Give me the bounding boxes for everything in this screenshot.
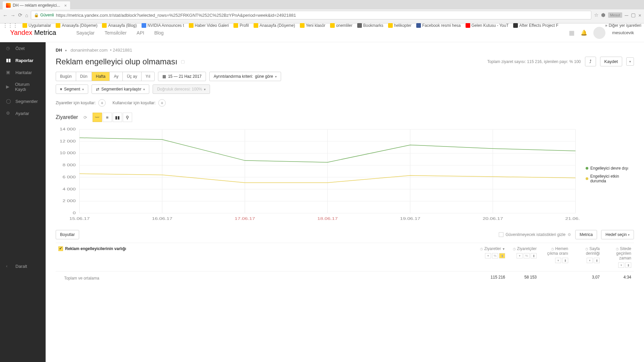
filter-icon[interactable]: ▾ xyxy=(517,253,523,258)
metrica-button[interactable]: Metrica xyxy=(575,230,597,239)
date-range-picker[interactable]: ▦ 15 — 21 Haz 2017 xyxy=(158,72,206,81)
window-close-icon[interactable]: × xyxy=(638,12,641,18)
filter-icon[interactable]: ▾ xyxy=(587,258,593,263)
period-today[interactable]: Bugün xyxy=(56,72,76,81)
dimension-checkbox[interactable] xyxy=(58,246,63,251)
back-icon[interactable]: ← xyxy=(3,12,8,18)
nav-counters[interactable]: Sayaçlar xyxy=(76,30,94,36)
period-month[interactable]: Ay xyxy=(110,72,123,81)
period-week[interactable]: Hafta xyxy=(92,72,110,81)
username[interactable]: mesutcevik xyxy=(612,30,634,35)
legend-item[interactable]: Engelleyici etkin durumda xyxy=(586,174,634,183)
browser-tab[interactable]: DH — reklam engelleyici... × xyxy=(3,1,70,9)
bookmark-item[interactable]: Uygulamalar xyxy=(22,23,51,28)
sidebar-item-settings[interactable]: ⚙ Ayarlar xyxy=(0,107,46,119)
chevron-down-icon: ▾ xyxy=(82,87,84,91)
nav-blog[interactable]: Blog xyxy=(154,30,164,36)
bookmark-item[interactable]: Anasayfa (Blog) xyxy=(102,23,137,28)
bookmark-item[interactable]: Gelen Kutusu - YouT xyxy=(466,23,509,28)
logo[interactable]: Yandex Metrica xyxy=(10,29,56,37)
sidebar-item-segments[interactable]: ◯ Segmentler xyxy=(0,95,46,107)
bar-mini-icon[interactable]: ▮ xyxy=(562,258,568,263)
col-time[interactable]: ◷ Sitede geçirilen zaman ▾▮ xyxy=(602,243,634,271)
col-visits[interactable]: ◷ Ziyaretler ▼ ▾%▮ xyxy=(476,243,508,271)
sidebar-item-reports[interactable]: ▮▮ Raporlar xyxy=(0,54,46,66)
sidebar-item-overview[interactable]: ◷ Özet xyxy=(0,42,46,54)
col-bounce[interactable]: ◷ Hemen çıkma oranı ▾▮ xyxy=(539,243,571,271)
bookmark-icon[interactable]: ▢ xyxy=(181,59,185,64)
add-visit-condition-button[interactable]: + xyxy=(98,99,106,107)
chart-type-line[interactable]: 〰 xyxy=(93,113,102,122)
percent-icon[interactable]: % xyxy=(492,253,498,258)
bookmark-item[interactable]: NVIDIA Announces t xyxy=(142,23,184,28)
col-depth[interactable]: ◷ Sayfa derinliği ▾▮ xyxy=(571,243,602,271)
bookmark-item[interactable]: Yeni klasör xyxy=(300,23,325,28)
chart-type-stacked[interactable]: ≡ xyxy=(103,113,112,122)
bar-mini-icon[interactable]: ▮ xyxy=(594,258,600,263)
filter-icon[interactable]: ▾ xyxy=(485,253,491,258)
home-icon[interactable]: ⌂ xyxy=(25,12,28,18)
breadcrumb: DH ▾ donanimhaber.com • 24921881 xyxy=(46,42,644,55)
col-visitors[interactable]: ◷ Ziyaretçiler ▾%▮ xyxy=(508,243,539,271)
bookmark-item[interactable]: Haber Video Galeri xyxy=(189,23,229,28)
maximize-icon[interactable]: ▢ xyxy=(631,12,636,18)
filter-icon[interactable]: ▾ xyxy=(618,262,624,268)
bookmark-item[interactable]: After Effects Project F xyxy=(513,23,558,28)
nav-reps[interactable]: Temsilciler xyxy=(105,30,126,36)
star-icon[interactable]: ☆ xyxy=(594,12,598,18)
compare-segments-button[interactable]: ⇄ Segmentleri karşılaştır ▾ xyxy=(92,84,149,94)
chart-legend: Engelleyici devre dışı Engelleyici etkin… xyxy=(580,126,634,223)
chevron-down-icon[interactable]: ▾ xyxy=(65,49,67,52)
url-bar[interactable]: 🔒 Güvenli https://metrica.yandex.com.tr/… xyxy=(31,11,591,19)
sidebar-item-maps[interactable]: ▣ Haritalar xyxy=(0,66,46,78)
bar-mini-icon[interactable]: ▮ xyxy=(499,253,505,258)
reload-icon[interactable]: ⟳ xyxy=(18,12,22,18)
bookmark-item[interactable]: Bookmarks xyxy=(357,23,383,28)
play-icon: ▶ xyxy=(6,84,11,89)
chart-type-map[interactable]: ⚲ xyxy=(123,113,132,122)
goal-select[interactable]: Hedef seçin ▾ xyxy=(601,230,634,239)
bookmark-item[interactable]: Anasayfa (Döşeme) xyxy=(56,23,97,28)
bookmark-item[interactable]: Anasayfa (Döşeme) xyxy=(254,23,295,28)
apps-icon[interactable]: ⋮⋮⋮ xyxy=(3,22,18,28)
export-button[interactable]: ⤴ xyxy=(585,57,596,66)
period-3month[interactable]: Üç ay xyxy=(123,72,142,81)
legend-item[interactable]: Engelleyici devre dışı xyxy=(586,166,634,171)
bookmark-item[interactable]: Facebook resmi hesa xyxy=(416,23,461,28)
bar-mini-icon[interactable]: ▮ xyxy=(625,262,631,268)
bookmark-item[interactable]: Profil xyxy=(233,23,249,28)
period-year[interactable]: Yıl xyxy=(142,72,154,81)
granularity-select[interactable]: Ayrıntılandırma kriteri: güne göre ▾ xyxy=(209,72,281,81)
refresh-icon[interactable]: ⟳ xyxy=(84,115,87,120)
sidebar-item-session[interactable]: ▶ Oturum Kaydı xyxy=(0,78,46,95)
avatar[interactable] xyxy=(593,27,605,39)
period-yesterday[interactable]: Dün xyxy=(76,72,92,81)
hide-unreliable-checkbox[interactable] xyxy=(499,232,503,237)
segment-button[interactable]: ▾ Segment ▾ xyxy=(56,84,88,94)
save-button[interactable]: Kaydet xyxy=(600,57,622,66)
filter-icon[interactable]: ▾ xyxy=(555,258,561,263)
forward-icon[interactable]: → xyxy=(10,12,15,18)
add-user-condition-button[interactable]: + xyxy=(158,99,166,107)
percent-icon[interactable]: % xyxy=(524,253,530,258)
close-icon[interactable]: × xyxy=(62,3,67,8)
site-tag[interactable]: DH xyxy=(56,48,62,53)
bookmark-item[interactable]: helikopter xyxy=(388,23,412,28)
bookmark-item[interactable]: onemliler xyxy=(330,23,353,28)
nav-api[interactable]: API xyxy=(137,30,144,36)
tab-favicon xyxy=(6,3,11,8)
gear-icon[interactable]: ⚙ xyxy=(568,232,571,237)
chart-type-bar[interactable]: ▮▮ xyxy=(113,113,122,122)
bell-icon[interactable]: 🔔 xyxy=(581,30,587,36)
calendar-icon: ▦ xyxy=(162,74,166,79)
svg-text:20.06.17: 20.06.17 xyxy=(483,217,503,221)
dimensions-button[interactable]: Boyutlar xyxy=(56,230,79,239)
bar-mini-icon[interactable]: ▮ xyxy=(531,253,537,258)
profile-badge[interactable]: Mesut xyxy=(608,12,622,18)
sidebar-collapse[interactable]: ‹ Daralt xyxy=(0,260,46,272)
save-dropdown[interactable]: ▾ xyxy=(626,57,634,66)
extension-icon[interactable]: ⬢ xyxy=(601,12,605,18)
apps-grid-icon[interactable]: ▦ xyxy=(569,30,575,36)
chart-title: Ziyaretler xyxy=(56,114,78,120)
minimize-icon[interactable]: ─ xyxy=(625,12,629,18)
